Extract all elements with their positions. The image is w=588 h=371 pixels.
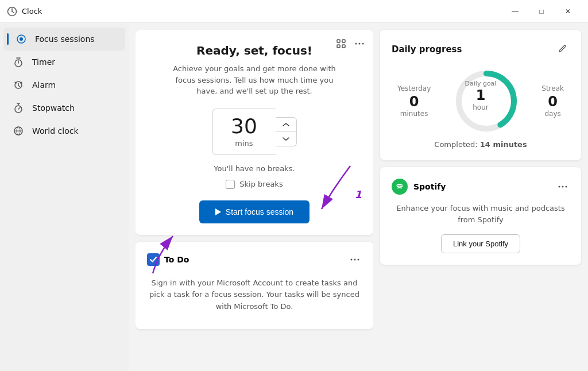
title-bar: Clock — □ ✕ [0,0,588,23]
svg-rect-15 [337,40,340,42]
focus-card-description: Achieve your goals and get more done wit… [168,63,341,97]
svg-point-24 [354,258,356,260]
spotify-header: Spotify [392,179,570,195]
stopwatch-icon [13,102,24,114]
todo-icon [147,253,160,266]
focus-sessions-label: Focus sessions [35,34,95,44]
streak-label: Streak [541,84,564,92]
timer-display: 30 mins [212,109,276,155]
completed-label: Completed: [434,140,477,149]
todo-more-options-button[interactable] [348,256,362,263]
more-options-button[interactable] [353,40,366,47]
svg-point-31 [566,186,567,188]
alarm-icon [13,79,24,91]
svg-point-4 [20,37,23,41]
focus-sessions-icon [16,33,27,45]
svg-point-19 [355,43,357,45]
stopwatch-label: Stopwatch [32,103,75,113]
svg-rect-17 [337,45,340,48]
link-spotify-button[interactable]: Link your Spotify [441,234,520,253]
todo-card: To Do Sign in with your Microsoft Accoun… [136,242,373,329]
timer-control: 30 mins [147,109,362,155]
start-focus-session-button[interactable]: Start focus session [199,200,310,223]
sidebar-item-timer[interactable]: Timer [3,51,125,74]
daily-goal-overlay: Daily goal 1 hour [465,79,497,111]
minimize-button[interactable]: — [502,2,528,21]
world-clock-icon [13,125,24,137]
timer-increment-button[interactable] [276,118,296,132]
app-title: Clock [22,7,502,16]
annotation-1: 1 [354,188,362,200]
todo-title: To Do [164,255,343,264]
svg-rect-16 [342,40,345,42]
world-clock-label: World clock [32,126,79,136]
right-panel: Daily progress Yesterday 0 minutes [380,30,581,364]
yesterday-unit: minutes [397,110,431,118]
skip-breaks-label: Skip breaks [239,180,283,188]
progress-title: Daily progress [392,44,462,55]
svg-point-20 [359,43,361,45]
streak-value: 0 [541,95,564,109]
sidebar-item-world-clock[interactable]: World clock [3,119,125,142]
left-panel: Ready, set, focus! Achieve your goals an… [136,30,373,364]
timer-label: Timer [32,57,55,67]
svg-rect-5 [17,57,20,59]
timer-arrows [276,117,297,146]
timer-value: 30 [227,116,262,137]
timer-icon [13,56,24,68]
spotify-card: Spotify Enhance your focus with music an… [380,167,581,265]
edit-goal-button[interactable] [556,41,570,57]
todo-description: Sign in with your Microsoft Account to c… [147,273,362,318]
daily-progress-card: Daily progress Yesterday 0 minutes [380,30,581,160]
start-button-label: Start focus session [226,207,293,217]
daily-goal-label: Daily goal [465,79,497,87]
close-button[interactable]: ✕ [555,2,581,21]
svg-point-21 [362,43,364,45]
daily-goal-unit: hour [465,103,497,111]
active-indicator [7,33,9,45]
yesterday-stat: Yesterday 0 minutes [397,84,431,118]
svg-point-25 [358,258,359,260]
streak-stat: Streak 0 days [541,84,564,118]
completed-value: 14 minutes [480,140,527,149]
card-actions [334,37,366,51]
yesterday-label: Yesterday [397,84,431,92]
completed-text: Completed: 14 minutes [392,140,570,149]
svg-point-30 [562,186,564,188]
sidebar-item-focus-sessions[interactable]: Focus sessions [3,28,125,51]
no-breaks-text: You'll have no breaks. [147,164,362,173]
spotify-logo [392,179,408,195]
skip-breaks-checkbox[interactable] [226,180,235,189]
spotify-more-options-button[interactable] [556,183,570,190]
spotify-name: Spotify [413,182,550,191]
donut-chart-container: Daily goal 1 hour [452,67,521,136]
focus-session-card: Ready, set, focus! Achieve your goals an… [136,30,373,235]
alarm-label: Alarm [32,80,56,90]
sidebar-item-alarm[interactable]: Alarm [3,74,125,96]
main-content: Ready, set, focus! Achieve your goals an… [129,23,588,371]
yesterday-value: 0 [397,95,431,109]
streak-unit: days [541,110,564,118]
timer-decrement-button[interactable] [276,132,296,146]
app-body: Focus sessions Timer Alarm [0,23,588,371]
app-icon [7,6,17,17]
sidebar-item-stopwatch[interactable]: Stopwatch [3,96,125,119]
daily-goal-value: 1 [465,88,497,102]
progress-header: Daily progress [392,41,570,57]
svg-point-29 [559,186,560,188]
window-controls: — □ ✕ [502,2,581,21]
spotify-description: Enhance your focus with music and podcas… [392,203,570,225]
svg-rect-18 [342,45,345,48]
play-icon [215,208,221,215]
svg-line-2 [12,11,14,13]
donut-stats-row: Yesterday 0 minutes [392,67,570,136]
expand-button[interactable] [334,37,348,51]
timer-unit: mins [227,139,262,148]
svg-point-23 [351,258,353,260]
skip-breaks-row: Skip breaks [147,180,362,189]
todo-header: To Do [147,253,362,266]
sidebar: Focus sessions Timer Alarm [0,23,129,371]
focus-card-title: Ready, set, focus! [147,44,362,57]
svg-line-9 [18,107,20,109]
maximize-button[interactable]: □ [528,2,555,21]
